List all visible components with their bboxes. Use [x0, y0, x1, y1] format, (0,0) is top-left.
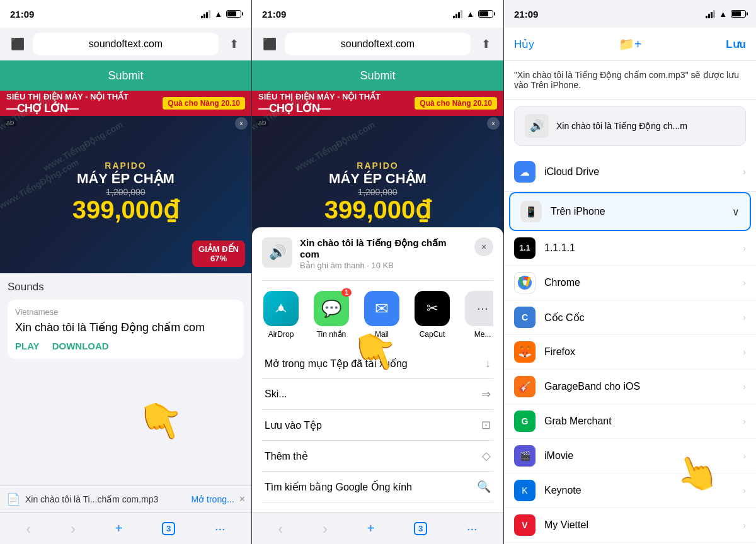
- share-icon-1[interactable]: ⬆: [224, 34, 244, 54]
- action-skip[interactable]: Ski... ⇒: [262, 379, 493, 410]
- location-iphone-selected-3[interactable]: 📱 Trên iPhone ∨: [509, 192, 751, 231]
- ad-rapido-2: RAPIDO: [324, 161, 432, 171]
- messages-icon: 💬 1: [314, 291, 349, 326]
- location-icloud-3[interactable]: ☁ iCloud Drive ›: [504, 152, 756, 192]
- ad-price-main-1: 399,000₫: [72, 197, 180, 222]
- nav-forward-1[interactable]: ›: [71, 520, 76, 538]
- ad-close-1[interactable]: ×: [235, 117, 248, 130]
- ad-content-1: SIÊU THỊ ĐIỆN MÁY - NỘI THẤT—CHỢ LỚN— Qu…: [0, 91, 251, 273]
- share-icon-2[interactable]: ⬆: [476, 34, 496, 54]
- nav-back-2[interactable]: ‹: [278, 520, 283, 538]
- app-item-1111[interactable]: 1.1 1.1.1.1 ›: [504, 231, 756, 266]
- app-item-grab[interactable]: G Grab Merchant ›: [504, 404, 756, 439]
- share-app-mail[interactable]: ✉ Mail: [363, 291, 401, 339]
- mail-label: Mail: [375, 330, 389, 339]
- ad-promo-1: Quà cho Nàng 20.10: [163, 97, 245, 110]
- save-button-3[interactable]: Lưu: [726, 38, 746, 51]
- share-file-name-2: Xin chào tôi là Tiếng Động chấm com: [300, 237, 467, 259]
- icloud-chevron-3: ›: [743, 166, 746, 178]
- more-apps-icon: ···: [465, 291, 493, 326]
- browser-bar-1: ⬛ soundoftext.com ⬆: [0, 28, 251, 60]
- app-item-myviettel[interactable]: V My Viettel ›: [504, 508, 756, 543]
- airdrop-icon: [263, 291, 299, 326]
- ad-label-2: AD: [256, 119, 269, 127]
- app-item-coccoc[interactable]: C Cốc Cốc ›: [504, 300, 756, 335]
- save-title-3: 📁+: [619, 37, 642, 52]
- mail-icon: ✉: [364, 291, 399, 326]
- ad-discount-1: GIẢM ĐẾN67%: [192, 241, 245, 267]
- share-close-2[interactable]: ×: [474, 237, 493, 256]
- submit-button-1[interactable]: Submit: [0, 60, 251, 91]
- nav-tabs-2[interactable]: 3: [414, 522, 427, 535]
- nav-add-1[interactable]: +: [115, 521, 123, 536]
- save-info-3: "Xin chào tôi là Tiếng Động chấm com.mp3…: [504, 61, 756, 99]
- sound-card-1: Vietnamese Xin chào tôi là Tiếng Động ch…: [8, 300, 244, 359]
- app-item-keynote[interactable]: K Keynote ›: [504, 473, 756, 508]
- download-close-1[interactable]: ×: [239, 494, 245, 505]
- action-save-file[interactable]: Lưu vào Tệp ⊡: [262, 410, 493, 441]
- icloud-label-3: iCloud Drive: [544, 166, 734, 178]
- nav-more-1[interactable]: ···: [215, 521, 226, 536]
- share-apps-row-2: AirDrop 💬 1 Tin nhắn ✉ Mail ✂: [262, 281, 493, 349]
- share-header-2: 🔊 Xin chào tôi là Tiếng Động chấm com Bả…: [262, 237, 493, 281]
- url-bar-2[interactable]: soundoftext.com: [285, 33, 471, 55]
- share-app-messages[interactable]: 💬 1 Tin nhắn: [312, 291, 350, 339]
- share-app-capcut[interactable]: ✂ CapCut: [413, 291, 451, 339]
- phone-panel-1: 21:09 ▲ ⬛ soundoftext.com ⬆ Submit SIÊU …: [0, 0, 252, 544]
- app-icon-1111: 1.1: [514, 237, 536, 259]
- play-button-1[interactable]: PLAY: [15, 341, 40, 351]
- bottom-nav-2: ‹ › + 3 ···: [252, 513, 503, 544]
- nav-tabs-1[interactable]: 3: [162, 522, 175, 535]
- app-chevron-myviettel: ›: [743, 520, 746, 530]
- app-icon-imovie: 🎬: [514, 445, 536, 467]
- iphone-label-3: Trên iPhone: [551, 206, 723, 217]
- nav-back-1[interactable]: ‹: [26, 520, 31, 538]
- signal-icon-3: [706, 10, 715, 18]
- translate-icon-2[interactable]: ⬛: [260, 34, 280, 54]
- app-label-imovie: iMovie: [544, 450, 734, 462]
- app-chevron-1111: ›: [743, 243, 746, 253]
- share-app-airdrop[interactable]: AirDrop: [262, 291, 300, 339]
- nav-add-2[interactable]: +: [367, 521, 375, 536]
- share-file-icon-2: 🔊: [262, 237, 292, 268]
- hand-pointer-1: 👇: [132, 392, 192, 450]
- panel3-content: 21:09 ▲ Hủy 📁+ Lưu "Xin chào tôi là Tiến…: [504, 0, 756, 544]
- app-item-imovie[interactable]: 🎬 iMovie ›: [504, 439, 756, 473]
- translate-icon-1[interactable]: ⬛: [8, 34, 28, 54]
- status-time-1: 21:09: [10, 9, 34, 20]
- sounds-title-1: Sounds: [8, 281, 244, 293]
- app-chevron-grab: ›: [743, 416, 746, 426]
- battery-icon-2: [478, 10, 493, 18]
- app-item-garageband[interactable]: 🎸 GarageBand cho iOS ›: [504, 370, 756, 404]
- sound-lang-1: Vietnamese: [15, 307, 236, 317]
- cancel-button-3[interactable]: Hủy: [514, 38, 534, 51]
- app-item-firefox[interactable]: 🦊 Firefox ›: [504, 335, 756, 370]
- nav-forward-2[interactable]: ›: [323, 520, 328, 538]
- save-header-3: Hủy 📁+ Lưu: [504, 28, 756, 61]
- url-bar-1[interactable]: soundoftext.com: [33, 33, 219, 55]
- share-app-more[interactable]: ··· Me...: [464, 291, 493, 339]
- app-icon-keynote: K: [514, 480, 536, 501]
- share-file-info-2: Xin chào tôi là Tiếng Động chấm com Bản …: [300, 237, 467, 270]
- status-bar-3: 21:09 ▲: [504, 0, 756, 28]
- share-sheet-2: 🔊 Xin chào tôi là Tiếng Động chấm com Bả…: [252, 227, 503, 513]
- app-label-keynote: Keynote: [544, 485, 734, 496]
- action-add-tag[interactable]: Thêm thẻ ◇: [262, 441, 493, 472]
- action-open-folder[interactable]: Mở trong mục Tệp đã tải xuống ↓: [262, 349, 493, 379]
- ad-price-main-2: 399,000₫: [324, 197, 432, 222]
- sounds-section-1: Sounds Vietnamese Xin chào tôi là Tiếng …: [0, 273, 251, 366]
- app-chevron-keynote: ›: [743, 485, 746, 496]
- battery-icon-3: [731, 10, 746, 18]
- app-label-firefox: Firefox: [544, 346, 734, 358]
- app-item-chrome[interactable]: Chrome ›: [504, 266, 756, 300]
- messages-label: Tin nhắn: [317, 330, 346, 339]
- download-button-1[interactable]: DOWNLOAD: [52, 341, 109, 351]
- action-google-lens[interactable]: Tìm kiếm bằng Google Ống kính 🔍: [262, 472, 493, 502]
- folder-add-icon-3[interactable]: 📁+: [619, 37, 642, 52]
- nav-more-2[interactable]: ···: [467, 521, 478, 536]
- ad-product-1: MÁY ÉP CHẬM: [72, 171, 180, 187]
- open-in-button-1[interactable]: Mở trong...: [192, 494, 234, 504]
- submit-button-2[interactable]: Submit: [252, 60, 503, 91]
- ad-close-2[interactable]: ×: [487, 117, 500, 130]
- status-icons-2: ▲: [453, 9, 493, 19]
